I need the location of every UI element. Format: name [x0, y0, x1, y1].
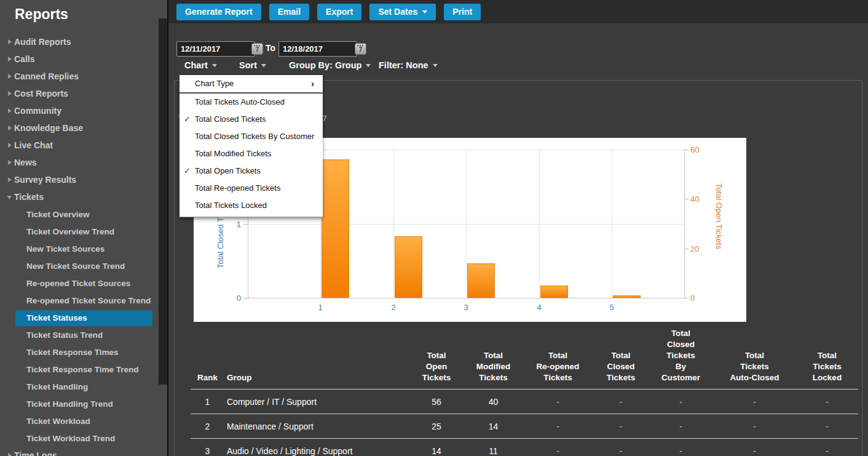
sidebar-item-community[interactable]: Community: [0, 104, 159, 119]
sidebar-subitem-label: Re-opened Ticket Source Trend: [26, 296, 151, 305]
set-dates-button[interactable]: Set Dates: [369, 4, 436, 20]
calendar-day-number: 7: [252, 46, 262, 53]
menu-item-total-tickets-auto-closed[interactable]: Total Tickets Auto-Closed: [180, 94, 323, 111]
rank-cell: 3: [191, 439, 224, 456]
collapsed-triangle-icon: [8, 453, 12, 456]
menu-item-chart-type[interactable]: Chart Type ›: [180, 75, 323, 92]
sidebar-item-ticket-response-times[interactable]: Ticket Response Times: [0, 345, 159, 361]
collapsed-triangle-icon: [8, 91, 12, 96]
collapsed-triangle-icon: [8, 177, 12, 182]
sidebar-item-ticket-response-time-trend[interactable]: Ticket Response Time Trend: [0, 362, 159, 378]
menu-item-total-tickets-locked[interactable]: Total Tickets Locked: [180, 197, 323, 214]
table-header-total-closed-tickets: Total Closed Tickets: [593, 328, 649, 390]
sidebar-item-label: Community: [14, 106, 61, 116]
chevron-down-icon: [433, 64, 438, 67]
sidebar-item-label: Knowledge Base: [14, 123, 83, 133]
menubar-group-by-group[interactable]: Group By: Group: [289, 60, 371, 70]
sidebar-item-cost-reports[interactable]: Cost Reports: [0, 87, 159, 102]
collapsed-triangle-icon: [8, 108, 12, 113]
menu-item-total-open-tickets[interactable]: ✓Total Open Tickets: [180, 162, 323, 180]
value-cell: 14: [464, 414, 523, 439]
right-tick: [684, 298, 688, 298]
rank-cell: 2: [191, 414, 224, 439]
sidebar-item-news[interactable]: News: [0, 156, 159, 170]
sidebar-item-time-logs[interactable]: Time Logs: [0, 449, 159, 456]
menu-item-total-closed-tickets[interactable]: ✓Total Closed Tickets: [180, 111, 323, 128]
sidebar-item-ticket-statuses[interactable]: Ticket Statuses: [15, 310, 152, 326]
sidebar-item-survey-results[interactable]: Survey Results: [0, 173, 159, 188]
value-cell: -: [713, 390, 796, 414]
gridline-vertical: [393, 150, 394, 298]
sidebar-item-ticket-workload-trend[interactable]: Ticket Workload Trend: [0, 431, 159, 447]
email-button[interactable]: Email: [269, 4, 309, 20]
chart-menu-items: Total Tickets Auto-Closed✓Total Closed T…: [180, 94, 323, 214]
generate-report-button[interactable]: Generate Report: [176, 4, 261, 20]
rank-cell: 1: [191, 390, 224, 414]
menu-item-total-re-opened-tickets[interactable]: Total Re-opened Tickets: [180, 180, 323, 197]
sidebar-subitem-label: New Ticket Sources: [26, 244, 105, 254]
sidebar-subitem-label: Ticket Response Time Trend: [26, 365, 139, 374]
menu-item-total-modified-tickets[interactable]: Total Modified Tickets: [180, 145, 323, 162]
value-cell: 25: [409, 414, 464, 439]
calendar-icon[interactable]: 7: [355, 43, 366, 55]
table-body: 1Computer / IT / Support5640-----2Mainte…: [191, 390, 858, 456]
menu-item-label: Total Tickets Locked: [195, 201, 267, 210]
sidebar-item-ticket-overview[interactable]: Ticket Overview: [0, 207, 159, 223]
sidebar-item-ticket-handling[interactable]: Ticket Handling: [0, 379, 159, 395]
menu-item-total-closed-tickets-by-customer[interactable]: Total Closed Tickets By Customer: [180, 128, 323, 145]
sidebar-item-new-ticket-sources[interactable]: New Ticket Sources: [0, 241, 159, 257]
sidebar-divider: [167, 0, 168, 456]
group-cell: Computer / IT / Support: [224, 390, 409, 414]
sidebar-item-ticket-handling-trend[interactable]: Ticket Handling Trend: [0, 396, 159, 412]
sidebar-scrollbar-thumb[interactable]: [159, 18, 167, 385]
sidebar-item-label: Cost Reports: [14, 89, 68, 98]
sidebar-item-calls[interactable]: Calls: [0, 52, 159, 67]
sidebar-item-re-opened-ticket-source-trend[interactable]: Re-opened Ticket Source Trend: [0, 293, 159, 309]
table-header-total-tickets-auto-closed: Total Tickets Auto-Closed: [713, 328, 796, 390]
right-tick-label: 0: [690, 294, 711, 303]
value-cell: -: [649, 414, 713, 439]
sidebar-subitem-label: Ticket Handling Trend: [26, 399, 113, 409]
right-tick-label: 40: [690, 194, 711, 204]
value-cell: -: [649, 439, 713, 456]
sidebar-item-live-chat[interactable]: Live Chat: [0, 138, 159, 153]
value-cell: -: [713, 439, 796, 456]
sidebar-subitem-label: Ticket Workload Trend: [26, 434, 115, 443]
sidebar-item-label: Tickets: [14, 192, 44, 202]
toolbar-buttons: Generate ReportEmailExportSet DatesPrint: [176, 4, 481, 20]
date-from-input[interactable]: [176, 41, 255, 57]
sidebar-subitem-label: New Ticket Source Trend: [26, 262, 125, 271]
collapsed-triangle-icon: [8, 126, 12, 130]
menu-item-label: Total Re-opened Tickets: [195, 183, 280, 193]
sidebar-item-audit-reports[interactable]: Audit Reports: [0, 35, 159, 50]
sidebar-item-ticket-overview-trend[interactable]: Ticket Overview Trend: [0, 224, 159, 240]
sidebar-item-label: Live Chat: [14, 140, 53, 150]
print-button[interactable]: Print: [444, 4, 481, 20]
bar-total-open-tickets-group-2: [395, 236, 422, 298]
value-cell: -: [523, 390, 593, 414]
menubar-label: Filter: None: [379, 60, 428, 70]
sidebar-item-re-opened-ticket-sources[interactable]: Re-opened Ticket Sources: [0, 276, 159, 292]
submenu-arrow-icon: ›: [311, 75, 314, 92]
collapsed-triangle-icon: [8, 74, 12, 79]
table-header-total-re-opened-tickets: Total Re-opened Tickets: [523, 328, 593, 390]
checkmark-icon: ✓: [184, 162, 191, 180]
chevron-down-icon: [212, 64, 217, 67]
menubar-chart[interactable]: Chart: [184, 60, 217, 70]
sidebar-item-ticket-status-trend[interactable]: Ticket Status Trend: [0, 327, 159, 343]
sidebar-item-knowledge-base[interactable]: Knowledge Base: [0, 121, 159, 136]
menubar-filter-none[interactable]: Filter: None: [379, 60, 438, 70]
sidebar-item-canned-replies[interactable]: Canned Replies: [0, 70, 159, 84]
export-button[interactable]: Export: [317, 4, 361, 20]
sidebar-item-tickets[interactable]: Tickets: [0, 190, 159, 205]
sidebar-item-ticket-workload[interactable]: Ticket Workload: [0, 414, 159, 430]
calendar-icon[interactable]: 7: [251, 43, 263, 55]
menubar-sort[interactable]: Sort: [239, 60, 266, 70]
value-cell: -: [796, 414, 858, 439]
date-to-input[interactable]: [278, 41, 357, 57]
table-header-row: RankGroupTotal Open TicketsTotal Modifie…: [191, 328, 858, 390]
sidebar-item-new-ticket-source-trend[interactable]: New Ticket Source Trend: [0, 258, 159, 274]
x-tick-label: 4: [527, 303, 551, 312]
right-tick-label: 20: [690, 244, 711, 254]
menu-item-label: Total Closed Tickets: [195, 114, 266, 124]
